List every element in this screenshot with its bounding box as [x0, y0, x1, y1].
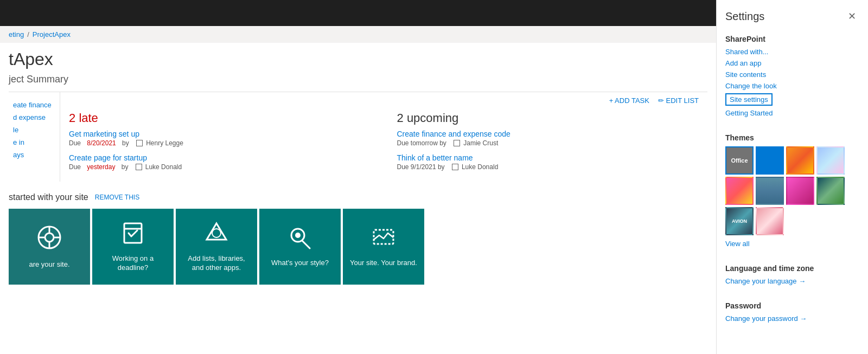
task-name-0[interactable]: Get marketing set up: [69, 130, 371, 138]
late-count: 2 late: [69, 111, 371, 125]
task-name-2[interactable]: Create finance and expense code: [397, 130, 699, 138]
change-password-link[interactable]: Change your password →: [725, 314, 859, 323]
breadcrumb-projectapex[interactable]: ProjectApex: [33, 30, 71, 38]
change-look-link[interactable]: Change the look: [725, 82, 859, 90]
pink-theme-swatch[interactable]: [756, 207, 784, 235]
getting-started-link[interactable]: Getting Started: [725, 109, 859, 117]
task-name-3[interactable]: Think of a better name: [397, 153, 699, 162]
themes-section-title: Themes: [725, 133, 859, 142]
edit-list-button[interactable]: ✏ EDIT LIST: [658, 96, 699, 105]
page-title: tApex: [0, 43, 716, 74]
settings-panel: Settings ✕ SharePoint Shared with... Add…: [716, 0, 868, 354]
task-due-date-1[interactable]: yesterday: [87, 163, 115, 171]
task-row: Create page for startup Due yesterday by…: [69, 153, 371, 171]
task-due-date-0[interactable]: 8/20/2021: [87, 139, 116, 147]
settings-header: Settings ✕: [717, 0, 868, 30]
add-app-link[interactable]: Add an app: [725, 59, 859, 67]
getting-started-title: started with your site: [9, 192, 88, 202]
sidebar-item-3[interactable]: e in: [13, 138, 55, 146]
language-section: Language and time zone Change your langu…: [717, 260, 868, 297]
card-icon-1: [121, 221, 145, 250]
themes-grid: Office AVION: [725, 146, 859, 235]
site-contents-link[interactable]: Site contents: [725, 70, 859, 79]
task-meta-0: Due 8/20/2021 by Henry Legge: [69, 139, 371, 147]
task-meta-1: Due yesterday by Luke Donald: [69, 163, 371, 171]
sharepoint-section-title: SharePoint: [725, 35, 859, 43]
svg-point-11: [212, 229, 221, 237]
card-label-4: Your site. Your brand.: [350, 259, 417, 268]
sunset-theme-swatch[interactable]: [786, 177, 814, 205]
svg-line-13: [302, 241, 310, 248]
card-icon-3: [288, 226, 312, 254]
upcoming-column: 2 upcoming Create finance and expense co…: [397, 111, 699, 177]
ocean-theme-swatch[interactable]: [756, 177, 784, 205]
sidebar-item-1[interactable]: d expense: [13, 113, 55, 121]
task-row: Get marketing set up Due 8/20/2021 by He…: [69, 130, 371, 147]
project-summary-title: ject Summary: [0, 74, 716, 92]
card-label-1: Working on a deadline?: [99, 254, 167, 273]
task-checkbox-1[interactable]: [136, 164, 142, 170]
task-checkbox-2[interactable]: [454, 140, 460, 146]
change-language-link[interactable]: Change your language →: [725, 277, 859, 285]
card-label-0: are your site.: [29, 260, 69, 269]
card-2[interactable]: Add lists, libraries, and other apps.: [176, 209, 257, 285]
settings-title: Settings: [725, 10, 764, 23]
tasks-toolbar: + ADD TASK ✏ EDIT LIST: [69, 96, 699, 105]
svg-point-14: [295, 233, 301, 238]
sidebar-item-0[interactable]: eate finance: [13, 101, 55, 109]
card-3[interactable]: What's your style?: [259, 209, 341, 285]
card-icon-0: [36, 224, 63, 256]
card-label-3: What's your style?: [271, 259, 329, 268]
card-4[interactable]: Your site. Your brand.: [343, 209, 424, 285]
blue-theme-swatch[interactable]: [756, 146, 784, 175]
task-checkbox-0[interactable]: [136, 140, 143, 146]
view-all-themes-link[interactable]: View all: [725, 240, 859, 248]
card-icon-4: [372, 226, 395, 254]
remove-this-button[interactable]: REMOVE THIS: [95, 194, 139, 201]
task-sidebar: eate finance d expense le e in ays: [9, 92, 60, 182]
task-row: Create finance and expense code Due tomo…: [397, 130, 699, 147]
upcoming-count: 2 upcoming: [397, 111, 699, 125]
pastel-theme-swatch[interactable]: [816, 146, 845, 175]
cards-row: are your site. Working on a deadline? Ad…: [9, 209, 707, 285]
sidebar-item-4[interactable]: ays: [13, 151, 55, 159]
task-row: Think of a better name Due 9/1/2021 by L…: [397, 153, 699, 171]
late-column: 2 late Get marketing set up Due 8/20/202…: [69, 111, 371, 177]
tasks-container: eate finance d expense le e in ays + ADD…: [9, 92, 707, 182]
task-columns: 2 late Get marketing set up Due 8/20/202…: [69, 111, 699, 177]
svg-point-3: [45, 233, 54, 242]
add-task-button[interactable]: + ADD TASK: [609, 96, 649, 105]
password-section: Password Change your password →: [717, 297, 868, 334]
task-meta-3: Due 9/1/2021 by Luke Donald: [397, 163, 699, 171]
breadcrumb: eting / ProjectApex: [0, 26, 716, 43]
site-settings-link[interactable]: Site settings: [725, 93, 773, 106]
language-section-title: Language and time zone: [725, 264, 859, 273]
task-name-1[interactable]: Create page for startup: [69, 153, 371, 162]
main-content: eting / ProjectApex tApex ject Summary e…: [0, 26, 716, 354]
themes-section: Themes Office AVION View all: [717, 129, 868, 260]
office-theme-swatch[interactable]: Office: [725, 146, 754, 175]
getting-started-section: started with your site REMOVE THIS are y…: [0, 182, 716, 291]
card-icon-2: [205, 221, 228, 250]
task-meta-2: Due tomorrow by Jamie Crust: [397, 139, 699, 147]
task-checkbox-3[interactable]: [452, 164, 458, 170]
forest-theme-swatch[interactable]: [816, 177, 845, 205]
colorful-theme-swatch[interactable]: [725, 177, 754, 205]
getting-started-header: started with your site REMOVE THIS: [9, 192, 707, 202]
card-0[interactable]: are your site.: [9, 209, 90, 285]
settings-close-button[interactable]: ✕: [844, 9, 859, 24]
card-1[interactable]: Working on a deadline?: [92, 209, 174, 285]
sunrise-theme-swatch[interactable]: [786, 146, 814, 175]
card-label-2: Add lists, libraries, and other apps.: [182, 254, 251, 273]
dark-theme-swatch[interactable]: AVION: [725, 207, 754, 235]
password-section-title: Password: [725, 301, 859, 310]
tasks-main: + ADD TASK ✏ EDIT LIST 2 late Get market…: [60, 92, 707, 182]
sharepoint-section: SharePoint Shared with... Add an app Sit…: [717, 30, 868, 129]
shared-with-link[interactable]: Shared with...: [725, 48, 859, 56]
svg-rect-8: [124, 223, 142, 243]
sidebar-item-2[interactable]: le: [13, 126, 55, 134]
breadcrumb-eting[interactable]: eting: [9, 30, 24, 38]
breadcrumb-separator: /: [27, 30, 29, 38]
